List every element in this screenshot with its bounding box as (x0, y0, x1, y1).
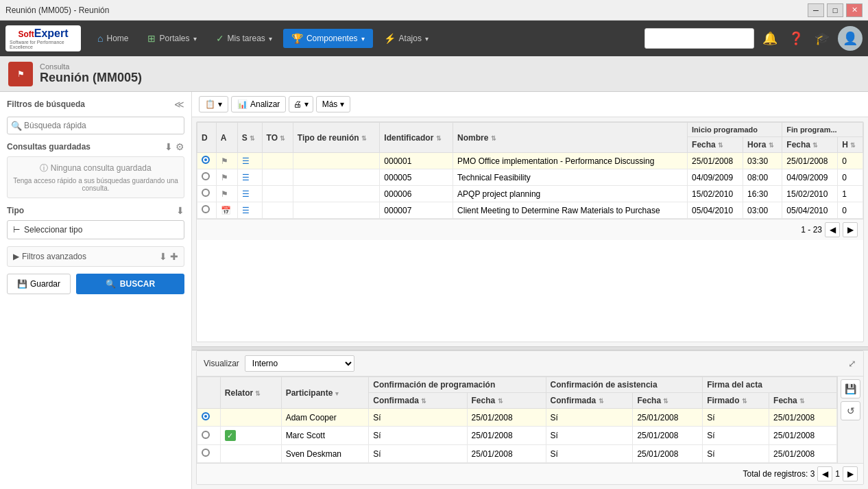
main-table-area: D A S ⇅ TO ⇅ Tipo de reunión ⇅ Identific… (196, 121, 864, 342)
maximize-button[interactable]: □ (827, 3, 843, 17)
col-header-identificador[interactable]: Identificador ⇅ (380, 123, 453, 153)
participant-row[interactable]: Sven DeskmanSí25/01/2008Sí25/01/2008Sí25… (197, 445, 837, 463)
analizar-button[interactable]: 📊 Analizar (231, 96, 286, 112)
col-inicio-fecha[interactable]: Fecha ⇅ (688, 137, 743, 153)
col-participante[interactable]: Participante ▾ (281, 377, 369, 409)
col-fin-fecha[interactable]: Fecha ⇅ (782, 137, 838, 153)
col-relator[interactable]: Relator ⇅ (220, 377, 281, 409)
window-controls: ─ □ ✕ (808, 3, 863, 17)
col-conf-prog-fecha[interactable]: Fecha ⇅ (467, 393, 546, 409)
table-scroll[interactable]: D A S ⇅ TO ⇅ Tipo de reunión ⇅ Identific… (197, 122, 863, 219)
chevron-right-icon: ▶ (13, 252, 19, 261)
mas-button[interactable]: Más ▾ (316, 96, 351, 112)
cell-nombre: APQP project planning (453, 186, 688, 202)
col-header-s[interactable]: S ⇅ (237, 123, 262, 153)
col-conf-prog-confirmada[interactable]: Confirmada ⇅ (369, 393, 467, 409)
col-header-d[interactable]: D (197, 123, 217, 153)
col-header-tipo[interactable]: Tipo de reunión ⇅ (293, 123, 380, 153)
save-button[interactable]: 💾 Guardar (7, 274, 71, 294)
main-pagination: 1 - 23 ◀ ▶ (197, 219, 863, 240)
type-select-button[interactable]: ⊢ Seleccionar tipo (7, 220, 184, 239)
notifications-icon[interactable]: 🔔 (760, 28, 780, 49)
participant-radio[interactable] (202, 431, 210, 439)
bottom-pagination: Total de registros: 3 ◀ 1 ▶ (197, 463, 863, 484)
nav-atajos-button[interactable]: ⚡ Atajos ▾ (376, 29, 437, 48)
save-icon: 💾 (17, 279, 27, 289)
close-button[interactable]: ✕ (846, 3, 863, 17)
advanced-download-button[interactable]: ⬇ (159, 251, 167, 262)
calendar-icon: 📅 (221, 206, 231, 215)
saved-queries-section: Consultas guardadas ⬇ ⚙ ⓘ Ninguna consul… (7, 141, 184, 198)
print-icon: 🖨 (293, 99, 302, 109)
main-data-table: D A S ⇅ TO ⇅ Tipo de reunión ⇅ Identific… (197, 122, 863, 219)
list-icon: ☰ (242, 156, 250, 166)
pagination-info: 1 - 23 (801, 225, 822, 235)
print-button[interactable]: 🖨 ▾ (289, 96, 313, 112)
bottom-pagination-next[interactable]: ▶ (843, 466, 858, 481)
col-inicio-hora[interactable]: Hora ⇅ (743, 137, 782, 153)
nav-portales-button[interactable]: ⊞ Portales ▾ (139, 29, 204, 48)
logo-subtitle: Software for Performance Excellence (10, 40, 77, 49)
cell-identificador: 000005 (380, 169, 453, 186)
user-avatar[interactable]: 👤 (838, 26, 863, 51)
col-header-to[interactable]: TO ⇅ (262, 123, 293, 153)
cell-identificador: 000001 (380, 153, 453, 169)
download-query-button[interactable]: ⬇ (165, 141, 173, 152)
row-radio[interactable] (202, 205, 210, 213)
advanced-filters-section[interactable]: ▶ Filtros avanzados ⬇ ✚ (7, 246, 184, 267)
tipo-download-button[interactable]: ⬇ (176, 205, 184, 216)
nav-mistareas-button[interactable]: ✓ Mis tareas ▾ (208, 29, 280, 48)
table-row[interactable]: ⚑☰000001PMO Office implementation - Perf… (197, 153, 863, 169)
pagination-prev[interactable]: ◀ (825, 222, 840, 237)
saved-queries-title: Consultas guardadas ⬇ ⚙ (7, 141, 184, 152)
nav-home-button[interactable]: ⌂ Home (89, 29, 136, 48)
bottom-pagination-prev[interactable]: ◀ (817, 466, 832, 481)
row-radio[interactable] (202, 156, 210, 164)
advanced-add-button[interactable]: ✚ (170, 251, 178, 262)
breadcrumb: Consulta Reunión (MM005) (40, 62, 142, 85)
minimize-button[interactable]: ─ (808, 3, 824, 17)
col-header-a[interactable]: A (216, 123, 237, 153)
participant-radio[interactable] (202, 412, 210, 420)
graduation-icon[interactable]: 🎓 (812, 28, 832, 49)
tipo-title: Tipo ⬇ (7, 205, 184, 216)
col-fin-h[interactable]: H ⇅ (838, 137, 863, 153)
nav-search-area: 🔔 ❓ 🎓 👤 (644, 26, 863, 51)
col-header-nombre[interactable]: Nombre ⇅ (453, 123, 688, 153)
col-group-fin: Fin program... (782, 123, 863, 137)
search-button[interactable]: 🔍 BUSCAR (76, 274, 184, 294)
export-button[interactable]: 📋 ▾ (199, 96, 228, 112)
table-row[interactable]: ⚑☰000006APQP project planning15/02/20101… (197, 186, 863, 202)
visualizar-select[interactable]: Interno (245, 355, 354, 372)
cell-participante: Marc Scott (281, 427, 369, 445)
flag-icon: ⚑ (221, 173, 228, 182)
filtros-title: Filtros de búsqueda ≪ (7, 99, 184, 110)
row-radio[interactable] (202, 172, 210, 180)
main-toolbar: 📋 ▾ 📊 Analizar 🖨 ▾ Más ▾ (192, 92, 868, 117)
participant-row[interactable]: Adam CooperSí25/01/2008Sí25/01/2008Sí25/… (197, 409, 837, 427)
quick-search-input[interactable] (7, 117, 184, 134)
nav-componentes-button[interactable]: 🏆 Componentes ▾ (283, 29, 373, 48)
visualizar-label: Visualizar (204, 359, 239, 368)
help-icon[interactable]: ❓ (786, 28, 806, 49)
col-conf-asis-confirmada[interactable]: Confirmada ⇅ (546, 393, 633, 409)
sidebar-collapse-button[interactable]: ≪ (174, 99, 184, 110)
table-row[interactable]: 📅☰000007Client Meeting to Determine Raw … (197, 202, 863, 219)
participant-row[interactable]: ✓Marc ScottSí25/01/2008Sí25/01/2008Sí25/… (197, 427, 837, 445)
col-conf-asis-fecha[interactable]: Fecha ⇅ (633, 393, 703, 409)
row-radio[interactable] (202, 189, 210, 197)
main-layout: Filtros de búsqueda ≪ 🔍 Consultas guarda… (0, 92, 868, 489)
participant-radio[interactable] (202, 449, 210, 457)
settings-query-button[interactable]: ⚙ (176, 141, 184, 152)
side-refresh-button[interactable]: ↺ (841, 401, 860, 420)
tree-icon: ⊢ (13, 225, 20, 235)
bottom-toolbar: Visualizar Interno ⤢ (197, 351, 863, 377)
col-firma-fecha[interactable]: Fecha ⇅ (769, 393, 837, 409)
expand-button[interactable]: ⤢ (848, 358, 856, 369)
col-firma-firmado[interactable]: Firmado ⇅ (703, 393, 769, 409)
side-save-button[interactable]: 💾 (841, 379, 860, 398)
window-title: Reunión (MM005) - Reunión (5, 5, 109, 15)
table-row[interactable]: ⚑☰000005Technical Feasibility04/09/20090… (197, 169, 863, 186)
search-input[interactable] (644, 28, 754, 49)
pagination-next[interactable]: ▶ (843, 222, 858, 237)
